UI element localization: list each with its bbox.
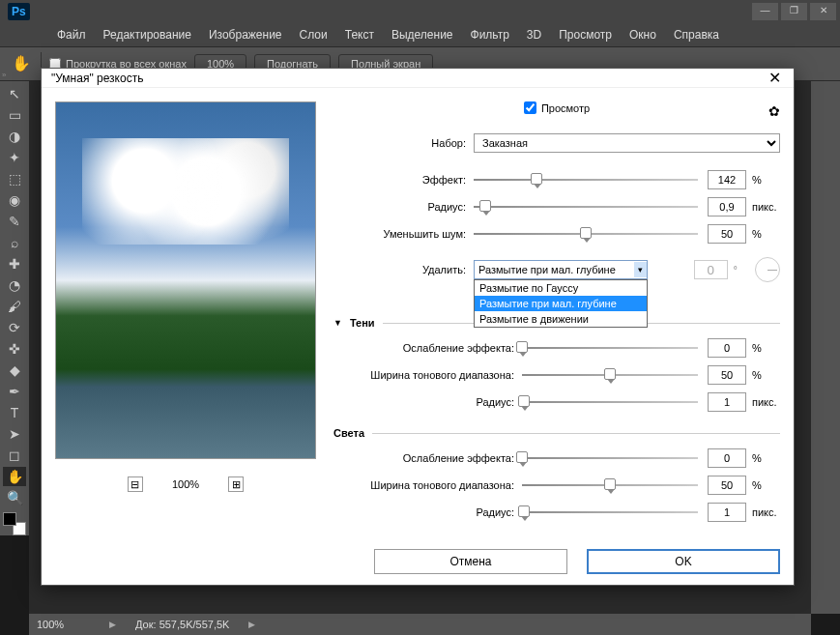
toolbar: ↖ ▭ ◑ ✦ ⬚ ◉ ✎ ⌕ ✚ ◔ 🖌 ⟳ ✜ ◆ ✒ T ➤ ◻ ✋ 🔍 — [0, 81, 29, 535]
hand-tool[interactable]: ✋ — [3, 467, 26, 486]
highlight-tonal-slider[interactable] — [522, 483, 698, 487]
brush-tool[interactable]: ⌕ — [3, 233, 26, 252]
amount-slider[interactable] — [474, 178, 698, 182]
remove-option-gauss[interactable]: Размытие по Гауссу — [475, 280, 647, 296]
zoom-out-button[interactable]: ⊟ — [128, 476, 143, 492]
path-tool[interactable]: ➤ — [3, 424, 26, 444]
dialog-titlebar: "Умная" резкость ✕ — [42, 69, 794, 88]
shadow-radius-label: Радиус: — [333, 396, 522, 408]
gear-icon[interactable]: ✿ — [768, 103, 780, 119]
menu-help[interactable]: Справка — [665, 24, 728, 45]
zoom-in-button[interactable]: ⊞ — [228, 476, 244, 492]
titlebar: Ps — ❐ ✕ — [0, 0, 840, 23]
menu-select[interactable]: Выделение — [383, 24, 462, 45]
menubar: Файл Редактирование Изображение Слои Тек… — [0, 23, 840, 46]
ok-button[interactable]: OK — [587, 549, 780, 574]
minimize-button[interactable]: — — [752, 3, 778, 20]
remove-option-lens[interactable]: Размытие при мал. глубине — [475, 296, 647, 311]
degree-symbol: ° — [734, 264, 738, 275]
shape-tool[interactable]: ◻ — [3, 446, 26, 465]
dodge-tool[interactable]: ◆ — [3, 361, 26, 380]
shadow-tonal-slider[interactable] — [522, 373, 698, 377]
eraser-tool[interactable]: 🖌 — [3, 297, 26, 316]
amount-input[interactable] — [708, 170, 746, 189]
menu-filter[interactable]: Фильтр — [462, 24, 518, 45]
radius-slider[interactable] — [474, 205, 698, 209]
color-swatches[interactable] — [3, 512, 26, 535]
highlight-fade-label: Ослабление эффекта: — [333, 452, 522, 464]
stamp-tool[interactable]: ✚ — [3, 254, 26, 274]
blur-tool[interactable]: ✜ — [3, 339, 26, 359]
preset-label: Набор: — [333, 137, 474, 149]
radius-label: Радиус: — [333, 201, 474, 213]
status-doc-size: 557,5K/557,5K — [159, 619, 230, 630]
highlights-section-header[interactable]: Света — [333, 421, 780, 445]
menu-view[interactable]: Просмотр — [550, 24, 621, 45]
shadow-fade-label: Ослабление эффекта: — [333, 342, 522, 354]
eyedropper-tool[interactable]: ◉ — [3, 190, 26, 210]
right-panel — [811, 81, 840, 614]
menu-window[interactable]: Окно — [621, 24, 665, 45]
menu-image[interactable]: Изображение — [200, 24, 291, 45]
radius-unit: пикс. — [746, 201, 780, 213]
gradient-tool[interactable]: ⟳ — [3, 318, 26, 337]
status-zoom[interactable]: 100% — [37, 619, 90, 630]
close-button[interactable]: ✕ — [810, 3, 836, 20]
menu-type[interactable]: Текст — [336, 24, 383, 45]
remove-option-motion[interactable]: Размытие в движении — [475, 311, 647, 327]
status-doc-label: Док: — [135, 619, 157, 630]
status-bar: 100% ▶ Док: 557,5K/557,5K ▶ — [29, 614, 811, 635]
shadow-fade-input[interactable] — [708, 338, 746, 358]
shadow-tonal-input[interactable] — [708, 365, 746, 385]
angle-dial[interactable] — [755, 257, 780, 282]
marquee-tool[interactable]: ▭ — [3, 105, 26, 125]
preview-checkbox-label: Просмотр — [541, 102, 590, 114]
heal-tool[interactable]: ✎ — [3, 212, 26, 231]
triangle-down-icon: ▼ — [333, 318, 342, 328]
preset-select[interactable]: Заказная — [474, 133, 780, 153]
menu-file[interactable]: Файл — [48, 24, 95, 45]
noise-label: Уменьшить шум: — [333, 228, 474, 240]
amount-unit: % — [746, 174, 780, 186]
chevron-icon[interactable]: ▶ — [248, 620, 255, 629]
highlight-fade-slider[interactable] — [522, 456, 698, 460]
shadow-tonal-label: Ширина тонового диапазона: — [333, 369, 522, 381]
history-brush-tool[interactable]: ◔ — [3, 275, 26, 295]
shadow-fade-slider[interactable] — [522, 346, 698, 350]
crop-tool[interactable]: ⬚ — [3, 169, 26, 188]
type-tool[interactable]: T — [3, 403, 26, 422]
pen-tool[interactable]: ✒ — [3, 382, 26, 401]
highlight-tonal-label: Ширина тонового диапазона: — [333, 479, 522, 491]
dialog-close-button[interactable]: ✕ — [765, 69, 784, 87]
highlight-radius-label: Радиус: — [333, 506, 522, 518]
highlight-radius-slider[interactable] — [522, 510, 698, 514]
menu-layer[interactable]: Слои — [291, 24, 336, 45]
preview-checkbox[interactable]: Просмотр — [524, 101, 590, 114]
noise-input[interactable] — [708, 224, 746, 244]
preview-zoom-value: 100% — [172, 478, 199, 490]
remove-select[interactable]: Размытие при мал. глубине ▾ — [474, 260, 648, 279]
radius-input[interactable] — [708, 197, 746, 216]
cancel-button[interactable]: Отмена — [374, 549, 567, 574]
noise-slider[interactable] — [474, 232, 698, 236]
wand-tool[interactable]: ✦ — [3, 148, 26, 167]
move-tool[interactable]: ↖ — [3, 84, 26, 103]
zoom-tool[interactable]: 🔍 — [3, 488, 26, 507]
noise-unit: % — [746, 228, 780, 240]
angle-input[interactable] — [694, 260, 728, 279]
shadow-radius-input[interactable] — [708, 392, 746, 412]
menu-edit[interactable]: Редактирование — [95, 24, 200, 45]
highlight-fade-input[interactable] — [708, 448, 746, 468]
fg-color-swatch[interactable] — [3, 512, 16, 526]
menu-3d[interactable]: 3D — [518, 24, 550, 45]
panel-toggle-icon[interactable]: » — [2, 71, 6, 79]
hand-icon: ✋ — [10, 52, 33, 75]
highlight-radius-input[interactable] — [708, 503, 746, 522]
restore-button[interactable]: ❐ — [781, 3, 807, 20]
preview-image[interactable] — [55, 101, 316, 459]
highlight-tonal-input[interactable] — [708, 476, 746, 495]
smart-sharpen-dialog: "Умная" резкость ✕ ⊟ 100% ⊞ Просмотр ✿ — [41, 68, 795, 586]
shadow-radius-slider[interactable] — [522, 400, 698, 404]
lasso-tool[interactable]: ◑ — [3, 127, 26, 146]
amount-label: Эффект: — [333, 174, 474, 186]
